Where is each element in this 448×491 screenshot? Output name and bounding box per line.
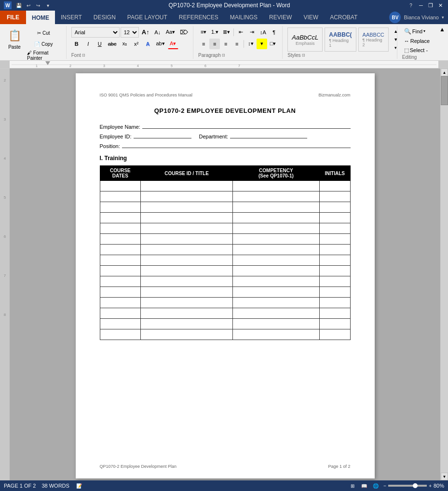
increase-indent-button[interactable]: ⇥ [246,27,257,38]
zoom-out-button[interactable]: − [383,483,386,489]
shrink-font-button[interactable]: A↓ [152,27,163,38]
table-cell[interactable] [232,255,319,266]
table-cell[interactable] [319,276,350,287]
table-cell[interactable] [141,255,233,266]
justify-button[interactable]: ≡ [231,39,242,49]
text-highlight-button[interactable]: ab▾ [154,39,167,49]
web-view-icon[interactable]: 🌐 [372,482,380,490]
font-color-button[interactable]: A▾ [168,39,178,49]
table-cell[interactable] [100,213,141,223]
restore-button[interactable]: ❐ [427,1,434,9]
italic-button[interactable]: I [83,39,94,49]
collapse-ribbon-button[interactable]: ▲ [438,25,446,34]
grow-font-button[interactable]: A↑ [140,27,151,38]
table-cell[interactable] [100,287,141,298]
department-field[interactable] [230,133,307,138]
scrollbar-right[interactable]: ▲ ▼ [440,68,448,480]
style-h2-item[interactable]: AABBCC ¶ Heading 2 [358,27,389,52]
show-formatting-button[interactable]: ¶ [269,27,279,38]
subscript-button[interactable]: x₂ [120,39,130,49]
tab-page-layout[interactable]: PAGE LAYOUT [122,11,173,24]
table-cell[interactable] [319,287,350,298]
table-cell[interactable] [319,202,350,213]
table-cell[interactable] [232,308,319,319]
paragraph-expand-icon[interactable]: ⊡ [222,53,225,57]
table-cell[interactable] [100,308,141,319]
proofing-icon[interactable]: 📝 [75,482,83,490]
table-cell[interactable] [141,234,233,245]
borders-button[interactable]: □▾ [268,39,278,49]
table-cell[interactable] [100,319,141,329]
scroll-thumb[interactable] [441,76,448,105]
font-expand-icon[interactable]: ⊡ [82,53,85,57]
scroll-down-button[interactable]: ▼ [441,473,448,480]
table-cell[interactable] [141,213,233,223]
layout-view-icon[interactable]: ⊞ [349,482,356,490]
font-name-select[interactable]: Arial [71,27,120,38]
tab-home[interactable]: HOME [26,11,55,24]
tab-acrobat[interactable]: ACROBAT [324,11,363,24]
table-cell[interactable] [100,202,141,213]
table-cell[interactable] [141,319,233,329]
tab-mailings[interactable]: MAILINGS [224,11,263,24]
table-cell[interactable] [319,191,350,202]
table-cell[interactable] [141,329,233,340]
shading-button[interactable]: ▾ [257,39,267,49]
table-cell[interactable] [319,329,350,340]
table-cell[interactable] [319,245,350,255]
table-cell[interactable] [100,223,141,234]
read-view-icon[interactable]: 📖 [360,482,368,490]
table-cell[interactable] [319,234,350,245]
table-cell[interactable] [100,329,141,340]
tab-view[interactable]: VIEW [298,11,324,24]
underline-button[interactable]: U [95,39,105,49]
table-cell[interactable] [232,191,319,202]
table-cell[interactable] [232,181,319,191]
decrease-indent-button[interactable]: ⇤ [235,27,246,38]
employee-name-field[interactable] [142,123,351,129]
table-cell[interactable] [232,329,319,340]
line-spacing-button[interactable]: ↕▾ [245,39,256,49]
table-cell[interactable] [141,245,233,255]
table-cell[interactable] [232,266,319,276]
minimize-button[interactable]: ─ [417,1,425,9]
table-cell[interactable] [232,223,319,234]
replace-button[interactable]: ↔ Replace [402,37,432,45]
table-cell[interactable] [141,266,233,276]
cut-button[interactable]: ✂ Cut [25,28,62,39]
tab-review[interactable]: REVIEW [263,11,298,24]
table-cell[interactable] [319,213,350,223]
table-cell[interactable] [141,308,233,319]
save-icon[interactable]: 💾 [14,1,23,10]
scroll-up-button[interactable]: ▲ [441,68,448,76]
strikethrough-button[interactable]: abc [106,39,119,49]
superscript-button[interactable]: x² [131,39,142,49]
table-cell[interactable] [100,245,141,255]
tab-references[interactable]: REFERENCES [173,11,224,24]
align-right-button[interactable]: ≡ [220,39,231,49]
tab-file[interactable]: FILE [0,11,26,24]
zoom-slider[interactable] [388,485,427,487]
style-normal-item[interactable]: AaBbCcL Emphasis [287,27,323,52]
table-cell[interactable] [319,181,350,191]
bullets-button[interactable]: ≡▾ [198,27,209,38]
table-cell[interactable] [232,276,319,287]
employee-id-field[interactable] [134,133,191,138]
styles-expand-icon[interactable]: ⊡ [302,53,305,57]
undo-icon[interactable]: ↩ [24,1,33,10]
table-cell[interactable] [141,298,233,308]
numbering-button[interactable]: 1.▾ [209,27,220,38]
tab-insert[interactable]: INSERT [55,11,88,24]
table-cell[interactable] [100,191,141,202]
table-cell[interactable] [319,298,350,308]
table-cell[interactable] [232,234,319,245]
table-cell[interactable] [232,287,319,298]
table-cell[interactable] [141,202,233,213]
customize-icon[interactable]: ▾ [43,1,52,10]
align-left-button[interactable]: ≡ [198,39,209,49]
change-case-button[interactable]: Aa▾ [164,27,177,38]
user-dropdown-icon[interactable]: ▾ [442,15,444,20]
clear-format-button[interactable]: ⌦ [178,27,190,38]
multilevel-list-button[interactable]: ≣▾ [221,27,232,38]
table-cell[interactable] [100,298,141,308]
